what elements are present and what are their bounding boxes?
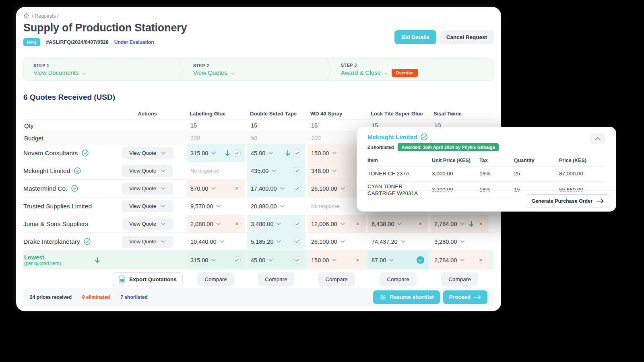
compare-button[interactable]: Compare	[258, 272, 295, 286]
price-dropdown-icon[interactable]	[389, 259, 394, 261]
compare-button[interactable]: Compare	[380, 272, 417, 286]
price-dropdown-icon[interactable]	[341, 222, 345, 225]
compare-button[interactable]: Compare	[441, 272, 478, 286]
price-dropdown-icon[interactable]	[220, 240, 224, 243]
price-dropdown-icon[interactable]	[341, 187, 345, 190]
price-dropdown-icon[interactable]	[211, 187, 216, 190]
price-dropdown-icon[interactable]	[272, 169, 276, 172]
shortlisted-check-icon[interactable]	[233, 149, 241, 157]
arrow-right-icon	[597, 199, 604, 204]
view-quote-button[interactable]: View Quote	[122, 218, 173, 230]
column-item: Sisal Twine	[429, 111, 490, 117]
price-value: 2,784.00	[434, 257, 457, 263]
price-dropdown-icon[interactable]	[332, 169, 336, 172]
price-value: 20,880.00	[251, 203, 277, 210]
chevron-down-icon	[161, 222, 165, 225]
eliminated-x-icon[interactable]	[353, 220, 362, 228]
shortlisted-check-icon[interactable]	[293, 237, 301, 246]
eliminated-x-icon[interactable]	[416, 220, 425, 228]
line-price: 87,000.00	[559, 171, 606, 177]
quotes-section-title: 6 Quotes Received (USD)	[23, 93, 494, 102]
price-value: 87.00	[372, 257, 386, 263]
resume-shortlist-button[interactable]: Resume shortlist	[373, 290, 440, 304]
shortlisted-check-icon[interactable]	[293, 149, 301, 157]
step-separator	[326, 59, 331, 81]
lowest-price-arrow-icon	[469, 220, 474, 227]
step-2: STEP 2 View Quotes →	[184, 63, 326, 76]
price-dropdown-icon[interactable]	[216, 222, 221, 225]
lowest-label: Lowest	[24, 254, 61, 261]
price-value: 150.00	[311, 150, 329, 156]
price-dropdown-icon[interactable]	[460, 222, 464, 225]
view-quote-button[interactable]: View Quote	[122, 183, 173, 195]
price-dropdown-icon[interactable]	[277, 240, 281, 243]
price-dropdown-icon[interactable]	[332, 259, 336, 261]
lowest-sublabel: (per quoted item)	[24, 261, 61, 266]
price-value: 3,480.00	[251, 221, 273, 227]
collapse-popup-button[interactable]	[590, 133, 605, 144]
price-dropdown-icon[interactable]	[397, 222, 402, 225]
view-quote-button[interactable]: View Quote	[122, 236, 173, 248]
column-actions: Actions	[109, 111, 186, 117]
rfq-type-badge: RFQ	[23, 38, 40, 46]
generate-purchase-order-button[interactable]: Generate Purchase Order	[526, 194, 610, 208]
price-dropdown-icon[interactable]	[341, 240, 345, 243]
shortlisted-check-icon[interactable]	[293, 256, 301, 264]
price-value: 2,784.00	[434, 221, 457, 227]
price-value: 348.00	[311, 168, 329, 174]
cancel-request-button[interactable]: Cancel Request	[440, 30, 494, 44]
home-icon[interactable]	[23, 13, 29, 19]
eliminated-x-icon[interactable]	[353, 256, 362, 264]
price-dropdown-icon[interactable]	[268, 152, 273, 154]
breadcrumb-path[interactable]: / Requests /	[32, 13, 59, 19]
vendor-name: Mastermind Co.	[23, 185, 67, 192]
column-item: Double Sided Tape	[246, 111, 306, 117]
price-dropdown-icon[interactable]	[277, 222, 281, 225]
shortlisted-check-icon[interactable]	[233, 256, 241, 264]
price-dropdown-icon[interactable]	[211, 152, 216, 154]
price-dropdown-icon[interactable]	[216, 205, 221, 208]
price-dropdown-icon[interactable]	[332, 152, 336, 154]
price-value: 435.00	[251, 168, 268, 174]
eliminated-x-icon[interactable]	[233, 184, 241, 193]
price-value: 315.00	[190, 150, 208, 156]
price-dropdown-icon[interactable]	[268, 259, 273, 261]
price-value: 315.00	[190, 257, 208, 263]
popup-shortlisted-count: 2 shortlisted	[367, 145, 394, 150]
shortlisted-check-icon[interactable]	[293, 167, 301, 175]
view-quote-button[interactable]: View Quote	[122, 200, 173, 212]
view-quote-button[interactable]: View Quote	[122, 147, 173, 159]
verified-check-icon	[74, 167, 81, 175]
eliminated-x-icon[interactable]	[477, 256, 485, 264]
chevron-down-icon	[161, 169, 165, 172]
status-badge: Under Evaluation	[114, 39, 154, 45]
step-separator	[179, 59, 184, 81]
compare-button[interactable]: Compare	[197, 272, 234, 286]
price-dropdown-icon[interactable]	[211, 259, 216, 261]
view-quote-button[interactable]: View Quote	[122, 165, 173, 177]
price-dropdown-icon[interactable]	[460, 240, 464, 243]
shortlisted-check-icon[interactable]	[416, 256, 425, 264]
column-item: Labelling Glue	[186, 111, 246, 117]
view-documents-link[interactable]: View Documents →	[33, 69, 179, 76]
price-dropdown-icon[interactable]	[460, 259, 464, 261]
price-dropdown-icon[interactable]	[280, 205, 285, 208]
view-quotes-link[interactable]: View Quotes →	[193, 69, 326, 76]
price-dropdown-icon[interactable]	[401, 240, 405, 243]
awarded-quote-popup: Mcknight Limited 2 shortlisted Awarded: …	[357, 127, 616, 212]
eliminated-x-icon[interactable]	[477, 220, 485, 228]
proceed-button[interactable]: Proceed	[443, 290, 487, 304]
item-name: TONER CF 237A	[367, 171, 432, 177]
export-quotations-button[interactable]: Export Quotations	[112, 272, 183, 286]
eliminated-x-icon[interactable]	[233, 220, 241, 228]
vendor-name: Mcknight Limited	[23, 167, 70, 175]
bid-details-button[interactable]: Bid Details	[394, 30, 436, 44]
price-dropdown-icon[interactable]	[280, 187, 285, 190]
shortlisted-check-icon[interactable]	[293, 184, 301, 193]
compare-button[interactable]: Compare	[318, 272, 355, 286]
shortlisted-check-icon[interactable]	[293, 220, 301, 228]
verified-check-icon	[420, 133, 428, 141]
popup-table-header: Item Unit Price (KES) Tax Quantity Price…	[367, 158, 605, 167]
no-response-label: No response	[311, 204, 340, 209]
award-close-link[interactable]: Award & Close → Overdue	[341, 69, 418, 77]
